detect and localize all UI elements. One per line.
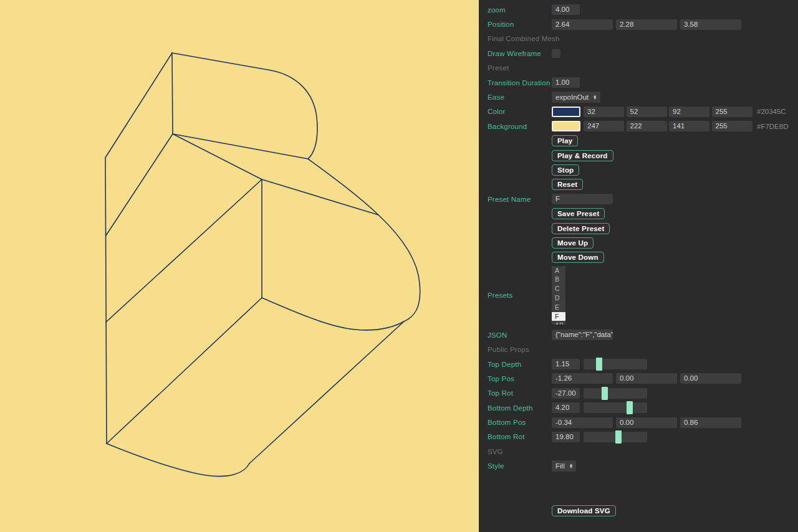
bottom-pos-y-input[interactable]: 0.00 (616, 417, 677, 428)
row-download: Download SVG (479, 503, 798, 518)
json-input[interactable]: {"name":"F","data":[{ (552, 330, 613, 340)
row-preset-name: Preset Name F (479, 192, 798, 206)
preset-item-a[interactable]: A (552, 266, 565, 275)
top-depth-slider-thumb[interactable] (596, 358, 602, 371)
bottom-pos-z-input[interactable]: 0.86 (680, 417, 741, 428)
top-pos-z-input[interactable]: 0.00 (680, 373, 741, 384)
row-position: Position 2.64 2.28 3.58 (479, 17, 798, 31)
row-top-pos: Top Pos -1.26 0.00 0.00 (479, 371, 798, 386)
preset-item-f-selected[interactable]: F (552, 312, 565, 321)
top-rot-slider-thumb[interactable] (602, 387, 608, 400)
public-props-header: Public Props (488, 346, 529, 353)
spacer (479, 473, 798, 503)
select-arrows-icon: ▲▼ (593, 95, 597, 100)
bottom-rot-slider[interactable] (584, 432, 647, 442)
download-svg-button[interactable]: Download SVG (552, 505, 616, 516)
position-z-input[interactable]: 3.58 (680, 19, 741, 30)
presets-label: Presets (488, 292, 552, 299)
preset-item-d[interactable]: D (552, 293, 565, 303)
transition-label: Transition Duration (488, 79, 552, 87)
row-color: Color 32 52 92 255 #20345C (479, 105, 798, 119)
reset-button[interactable]: Reset (552, 179, 583, 190)
row-play: Play (479, 134, 798, 148)
transition-input[interactable]: 1.00 (552, 77, 580, 88)
background-a-input[interactable]: 255 (712, 121, 752, 131)
bottom-depth-input[interactable]: 4.20 (552, 402, 580, 413)
top-pos-y-input[interactable]: 0.00 (616, 373, 677, 384)
row-json: JSON {"name":"F","data":[{ (479, 328, 798, 342)
position-x-input[interactable]: 2.64 (552, 19, 613, 30)
ease-value: expoInOut (555, 93, 589, 101)
zoom-input[interactable]: 4.00 (552, 4, 580, 15)
row-public-props-header: Public Props (479, 342, 798, 356)
control-panel: zoom 4.00 Position 2.64 2.28 3.58 Final … (479, 0, 798, 532)
play-button[interactable]: Play (552, 135, 578, 146)
draw-wireframe-label: Draw Wireframe (488, 50, 552, 57)
top-depth-label: Top Depth (488, 361, 552, 368)
bottom-pos-x-input[interactable]: -0.34 (552, 417, 613, 428)
delete-preset-button[interactable]: Delete Preset (552, 223, 610, 234)
top-pos-label: Top Pos (488, 375, 552, 382)
color-r-input[interactable]: 32 (584, 107, 624, 117)
style-select[interactable]: Fill ▲▼ (552, 460, 576, 472)
top-depth-input[interactable]: 1.15 (552, 359, 580, 369)
preset-name-label: Preset Name (488, 196, 552, 203)
preset-item-e[interactable]: E (552, 303, 565, 312)
row-style: Style Fill ▲▼ (479, 459, 798, 473)
background-g-input[interactable]: 222 (627, 121, 667, 131)
row-stop: Stop (479, 163, 798, 177)
row-preset-header: Preset (479, 61, 798, 75)
move-down-button[interactable]: Move Down (552, 252, 604, 263)
save-preset-button[interactable]: Save Preset (552, 208, 605, 219)
background-label: Background (488, 123, 552, 130)
top-pos-x-input[interactable]: -1.26 (552, 373, 613, 384)
color-swatch[interactable] (552, 107, 580, 117)
final-mesh-header: Final Combined Mesh (488, 35, 560, 42)
stop-button[interactable]: Stop (552, 164, 579, 176)
bottom-pos-label: Bottom Pos (488, 419, 552, 426)
bottom-depth-label: Bottom Depth (488, 404, 552, 412)
background-b-input[interactable]: 141 (669, 121, 709, 131)
preset-name-input[interactable]: F (552, 194, 613, 204)
json-label: JSON (488, 331, 552, 339)
top-depth-slider[interactable] (584, 359, 647, 369)
bottom-rot-slider-thumb[interactable] (615, 430, 622, 444)
row-zoom: zoom 4.00 (479, 2, 798, 17)
top-rot-slider[interactable] (584, 388, 647, 399)
position-y-input[interactable]: 2.28 (616, 19, 677, 30)
app-window: zoom 4.00 Position 2.64 2.28 3.58 Final … (0, 0, 798, 532)
row-ease: Ease expoInOut ▲▼ (479, 90, 798, 104)
color-hex-label: #20345C (757, 108, 786, 115)
row-final-mesh-header: Final Combined Mesh (479, 32, 798, 46)
background-hex-label: #F7DE8D (757, 123, 789, 130)
letter-wireframe (0, 0, 479, 532)
play-record-button[interactable]: Play & Record (552, 150, 613, 161)
draw-wireframe-checkbox[interactable] (552, 49, 560, 58)
color-a-input[interactable]: 255 (712, 107, 752, 117)
ease-select[interactable]: expoInOut ▲▼ (552, 92, 600, 103)
row-play-record: Play & Record (479, 148, 798, 163)
zoom-label: zoom (488, 6, 552, 14)
color-b-input[interactable]: 92 (669, 107, 709, 117)
background-swatch[interactable] (552, 121, 580, 131)
style-value: Fill (555, 462, 565, 470)
row-transition: Transition Duration 1.00 (479, 75, 798, 90)
viewport-canvas[interactable] (0, 0, 479, 532)
row-draw-wireframe: Draw Wireframe (479, 46, 798, 60)
row-top-depth: Top Depth 1.15 (479, 357, 798, 371)
preset-item-b[interactable]: B (552, 275, 565, 284)
row-presets: Presets A B C D E F AB (479, 265, 798, 325)
row-delete-preset: Delete Preset (479, 221, 798, 235)
style-label: Style (488, 462, 552, 470)
bottom-rot-input[interactable]: 19.80 (552, 432, 580, 442)
bottom-depth-slider[interactable] (584, 402, 647, 413)
preset-item-ab[interactable]: AB (552, 321, 565, 324)
preset-item-c[interactable]: C (552, 284, 565, 293)
background-r-input[interactable]: 247 (584, 121, 624, 131)
svg-header: SVG (488, 448, 503, 455)
top-rot-input[interactable]: -27.00 (552, 388, 580, 399)
presets-list: A B C D E F AB (552, 266, 565, 325)
color-g-input[interactable]: 52 (627, 107, 667, 117)
bottom-depth-slider-thumb[interactable] (627, 401, 633, 414)
move-up-button[interactable]: Move Up (552, 237, 594, 249)
